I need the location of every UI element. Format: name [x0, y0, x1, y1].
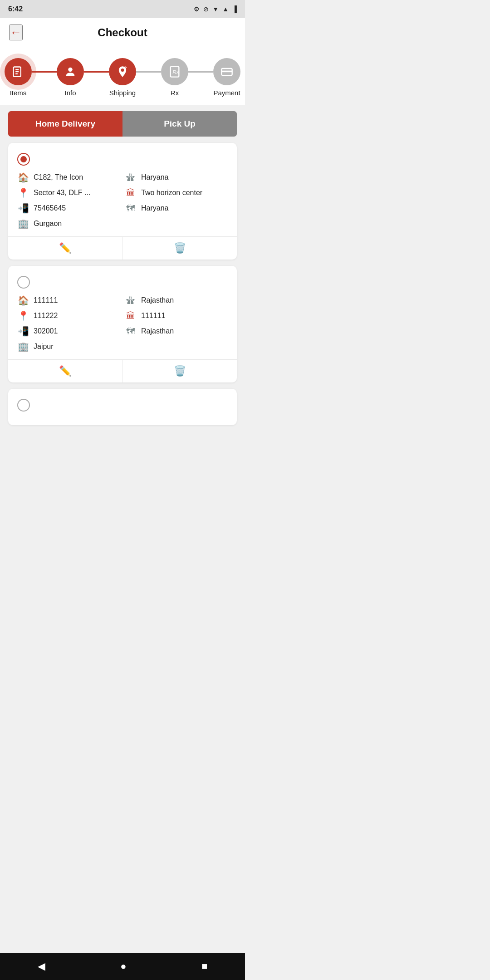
radio-row-3[interactable] [17, 399, 228, 412]
addr-state-2: 🛣 Rajasthan [125, 295, 228, 306]
address-list: 🏠 C182, The Icon 🛣 Haryana 📍 Sector 43, … [0, 137, 245, 425]
addr-city-1: 🏢 Gurgaon [17, 218, 120, 229]
addr-phone-value-1: 75465645 [34, 204, 66, 212]
svg-rect-9 [221, 71, 232, 73]
addr-sector-1: 📍 Sector 43, DLF ... [17, 187, 120, 198]
step-shipping[interactable]: Shipping [109, 58, 136, 97]
address-grid-1: 🏠 C182, The Icon 🛣 Haryana 📍 Sector 43, … [17, 172, 228, 229]
status-icons: ⚙ ⊘ ▼ ▲ ▐ [194, 5, 237, 13]
connector-4 [188, 71, 213, 73]
step-label-rx: Rx [171, 89, 179, 97]
map-icon-1: 🗺 [125, 203, 137, 214]
addr-house-1: 🏠 C182, The Icon [17, 172, 120, 183]
addr-landmark-2: 🏛 111111 [125, 310, 228, 321]
radio-button-2[interactable] [17, 276, 30, 289]
house-icon-2: 🏠 [17, 295, 29, 306]
step-circle-payment [213, 58, 240, 85]
addr-phone-value-2: 302001 [34, 327, 58, 335]
step-label-items: Items [10, 89, 27, 97]
address-grid-2: 🏠 111111 🛣 Rajasthan 📍 111222 🏛 111111 [17, 295, 228, 352]
step-circle-rx: Rx [161, 58, 188, 85]
status-bar: 6:42 ⚙ ⊘ ▼ ▲ ▐ [0, 0, 245, 18]
addr-phone-2: 📲 302001 [17, 326, 120, 337]
home-delivery-tab[interactable]: Home Delivery [8, 111, 122, 137]
city-icon-2: 🏢 [17, 341, 29, 352]
city-icon-1: 🏢 [17, 218, 29, 229]
addr-sector-value-2: 111222 [34, 312, 58, 320]
battery-icon: ▐ [232, 5, 237, 13]
wifi-icon: ▼ [212, 5, 219, 13]
checkout-steps: Items Info Shipping [0, 47, 245, 105]
road-icon-2: 🛣 [125, 295, 137, 306]
radio-row-1[interactable] [17, 153, 228, 166]
step-label-payment: Payment [213, 89, 240, 97]
card-body-3 [8, 389, 237, 425]
delete-button-2[interactable]: 🗑️ [122, 360, 237, 382]
page-title: Checkout [98, 26, 147, 39]
addr-map-value-2: Rajasthan [141, 327, 174, 335]
connector-2 [84, 71, 109, 73]
addr-state-value-2: Rajasthan [141, 296, 174, 304]
card-actions-2: ✏️ 🗑️ [8, 359, 237, 382]
radio-row-2[interactable] [17, 276, 228, 289]
address-card-3 [8, 389, 237, 425]
step-label-info: Info [64, 89, 76, 97]
step-info[interactable]: Info [57, 58, 84, 97]
back-button[interactable]: ← [9, 24, 23, 40]
addr-sector-value-1: Sector 43, DLF ... [34, 189, 90, 197]
radio-dot-1 [20, 156, 27, 162]
addr-map-1: 🗺 Haryana [125, 203, 228, 214]
addr-phone-1: 📲 75465645 [17, 203, 120, 214]
landmark-icon-1: 🏛 [125, 188, 137, 198]
svg-point-4 [68, 68, 72, 72]
addr-sector-2: 📍 111222 [17, 310, 120, 321]
addr-landmark-1: 🏛 Two horizon center [125, 187, 228, 198]
location-icon-2: 📍 [17, 310, 29, 321]
step-rx[interactable]: Rx Rx [161, 58, 188, 97]
landmark-icon-2: 🏛 [125, 311, 137, 321]
no-disturb-icon: ⊘ [203, 5, 209, 13]
addr-map-2: 🗺 Rajasthan [125, 326, 228, 337]
addr-landmark-value-2: 111111 [141, 312, 165, 320]
address-card-1: 🏠 C182, The Icon 🛣 Haryana 📍 Sector 43, … [8, 143, 237, 260]
addr-map-value-1: Haryana [141, 204, 168, 212]
delete-button-1[interactable]: 🗑️ [122, 237, 237, 260]
phone-icon-1: 📲 [17, 203, 29, 214]
header: ← Checkout [0, 18, 245, 47]
card-body-1: 🏠 C182, The Icon 🛣 Haryana 📍 Sector 43, … [8, 143, 237, 236]
step-items[interactable]: Items [5, 58, 32, 97]
addr-city-2: 🏢 Jaipur [17, 341, 120, 352]
svg-point-5 [121, 69, 124, 72]
step-circle-info [57, 58, 84, 85]
edit-button-1[interactable]: ✏️ [8, 237, 122, 260]
addr-city-value-1: Gurgaon [34, 220, 62, 228]
card-body-2: 🏠 111111 🛣 Rajasthan 📍 111222 🏛 111111 [8, 266, 237, 359]
addr-landmark-value-1: Two horizon center [141, 189, 202, 197]
signal-icon: ▲ [222, 5, 229, 13]
radio-button-3[interactable] [17, 399, 30, 412]
location-icon-1: 📍 [17, 187, 29, 198]
delivery-tabs: Home Delivery Pick Up [8, 111, 237, 137]
addr-house-value-2: 111111 [34, 296, 58, 304]
house-icon-1: 🏠 [17, 172, 29, 183]
connector-1 [32, 71, 57, 73]
addr-state-value-1: Haryana [141, 173, 168, 181]
road-icon-1: 🛣 [125, 172, 137, 183]
connector-3 [136, 71, 161, 73]
edit-button-2[interactable]: ✏️ [8, 360, 122, 382]
addr-house-2: 🏠 111111 [17, 295, 120, 306]
step-payment[interactable]: Payment [213, 58, 240, 97]
radio-button-1[interactable] [17, 153, 30, 166]
addr-house-value-1: C182, The Icon [34, 173, 83, 181]
addr-state-1: 🛣 Haryana [125, 172, 228, 183]
address-card-2: 🏠 111111 🛣 Rajasthan 📍 111222 🏛 111111 [8, 266, 237, 382]
step-label-shipping: Shipping [109, 89, 136, 97]
addr-city-value-2: Jaipur [34, 343, 54, 351]
step-circle-items [5, 58, 32, 85]
card-actions-1: ✏️ 🗑️ [8, 236, 237, 260]
status-time: 6:42 [8, 5, 23, 13]
step-circle-shipping [109, 58, 136, 85]
pick-up-tab[interactable]: Pick Up [122, 111, 237, 137]
svg-text:Rx: Rx [172, 69, 179, 75]
map-icon-2: 🗺 [125, 326, 137, 337]
